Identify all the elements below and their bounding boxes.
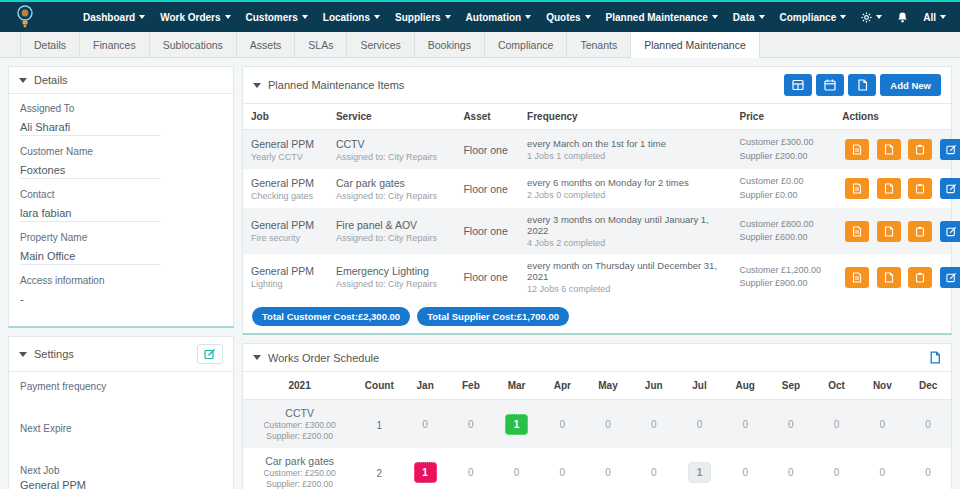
nav-automation[interactable]: Automation: [466, 12, 532, 23]
edit-row-button[interactable]: [940, 178, 960, 199]
calendar-view-button[interactable]: [816, 74, 844, 96]
supplier-price: Supplier £900.00: [740, 277, 827, 291]
file-icon: [884, 144, 894, 155]
schedule-cell[interactable]: 1: [414, 462, 437, 483]
tab-bookings[interactable]: Bookings: [415, 32, 485, 57]
file-invoice-button[interactable]: [845, 221, 869, 242]
panel-title: Settings: [34, 348, 74, 360]
tab-slas[interactable]: SLAs: [295, 32, 347, 57]
tab-tenants[interactable]: Tenants: [567, 32, 631, 57]
field-next-job: Next Job General PPM 2021-07-05: [20, 465, 222, 489]
service-sub: Assigned to: City Repairs: [336, 279, 447, 289]
service-sub: Assigned to: City Repairs: [336, 152, 447, 162]
main-content: Planned Maintenance Items: [242, 66, 952, 489]
file-button[interactable]: [877, 178, 901, 199]
export-pdf-button[interactable]: [848, 74, 876, 96]
grid-view-button[interactable]: [784, 74, 812, 96]
asset-name: Floor one: [463, 183, 511, 195]
job-name: General PPM: [251, 177, 320, 189]
file-invoice-button[interactable]: [845, 267, 869, 288]
details-panel-header[interactable]: Details: [9, 67, 233, 94]
file-button[interactable]: [877, 221, 901, 242]
schedule-cell: 0: [551, 462, 574, 483]
settings-panel-header[interactable]: Settings: [9, 337, 233, 372]
tab-compliance[interactable]: Compliance: [485, 32, 567, 57]
clipboard-button[interactable]: [908, 178, 932, 199]
nav-suppliers[interactable]: Suppliers: [395, 12, 451, 23]
file-invoice-icon: [852, 226, 862, 237]
edit-row-button[interactable]: [940, 139, 960, 160]
pm-items-panel: Planned Maintenance Items: [242, 66, 952, 335]
clipboard-button[interactable]: [908, 139, 932, 160]
pm-items-table: Job Service Asset Frequency Price Action…: [243, 104, 951, 300]
chevron-down-icon: [712, 15, 718, 19]
schedule-cell: 0: [779, 414, 802, 435]
month-header: Oct: [814, 372, 860, 400]
month-header: Sep: [768, 372, 814, 400]
schedule-cell[interactable]: 1: [688, 462, 711, 483]
chevron-down-icon: [759, 15, 765, 19]
tab-bar: Details Finances Sublocations Assets SLA…: [0, 32, 960, 58]
schedule-service-name: CCTV: [245, 407, 354, 419]
customer-price: Customer £300.00: [740, 136, 827, 150]
nav-customers[interactable]: Customers: [246, 12, 308, 23]
nav-compliance[interactable]: Compliance: [780, 12, 847, 23]
file-button[interactable]: [877, 139, 901, 160]
app-logo[interactable]: [16, 4, 36, 30]
schedule-cell[interactable]: 1: [505, 414, 528, 435]
collapse-caret-icon: [253, 83, 261, 88]
service-name: CCTV: [336, 138, 447, 150]
frequency-text: every 6 months on Monday for 2 times: [527, 177, 723, 188]
schedule-cell: 0: [871, 462, 894, 483]
tab-assets[interactable]: Assets: [237, 32, 296, 57]
month-header: Jan: [402, 372, 448, 400]
schedule-cell: 0: [825, 414, 848, 435]
month-header: Jun: [631, 372, 677, 400]
tab-details[interactable]: Details: [20, 32, 80, 57]
edit-row-button[interactable]: [940, 267, 960, 288]
nav-work-orders[interactable]: Work Orders: [160, 12, 230, 23]
clipboard-button[interactable]: [908, 221, 932, 242]
frequency-text: every 3 months on Monday until January 1…: [527, 214, 723, 236]
tab-sublocations[interactable]: Sublocations: [150, 32, 237, 57]
chevron-down-icon: [139, 15, 145, 19]
schedule-customer-cost: Customer: £300.00: [245, 420, 354, 430]
details-panel: Details Assigned To Ali Sharafi Customer…: [8, 66, 234, 328]
panel-title: Planned Maintenance Items: [268, 79, 404, 91]
clipboard-icon: [915, 144, 925, 155]
nav-data[interactable]: Data: [733, 12, 765, 23]
page-content: Details Assigned To Ali Sharafi Customer…: [0, 58, 960, 489]
tab-finances[interactable]: Finances: [80, 32, 150, 57]
nav-planned-maintenance[interactable]: Planned Maintenance: [606, 12, 718, 23]
nav-locations[interactable]: Locations: [323, 12, 380, 23]
nav-settings[interactable]: [861, 12, 882, 23]
asset-name: Floor one: [463, 225, 511, 237]
add-new-button[interactable]: Add New: [880, 74, 941, 96]
file-invoice-button[interactable]: [845, 178, 869, 199]
edit-icon: [946, 226, 957, 237]
settings-panel: Settings Payment frequency Next Expire: [8, 336, 234, 489]
edit-row-button[interactable]: [940, 221, 960, 242]
file-button[interactable]: [877, 267, 901, 288]
panel-title: Details: [34, 74, 68, 86]
field-customer-name: Customer Name Foxtones: [20, 146, 222, 179]
nav-dashboard[interactable]: Dashboard: [83, 12, 145, 23]
schedule-row: Car park gates Customer: £250.00 Supplie…: [243, 448, 951, 489]
tab-services[interactable]: Services: [347, 32, 414, 57]
total-supplier-cost-badge: Total Supplier Cost:£1,700.00: [417, 307, 569, 326]
supplier-price: Supplier £0.00: [740, 189, 827, 203]
schedule-export-pdf-button[interactable]: [929, 351, 941, 364]
edit-settings-button[interactable]: [197, 344, 223, 364]
file-invoice-button[interactable]: [845, 139, 869, 160]
file-invoice-icon: [852, 144, 862, 155]
month-header: Feb: [448, 372, 494, 400]
field-contact: Contact lara fabian: [20, 189, 222, 222]
collapse-caret-icon: [19, 352, 27, 357]
clipboard-button[interactable]: [908, 267, 932, 288]
tab-planned-maintenance[interactable]: Planned Maintenance: [631, 32, 760, 58]
nav-notifications[interactable]: [897, 11, 908, 23]
pm-row: General PPMFire security Fire panel & AO…: [243, 208, 951, 254]
asset-name: Floor one: [463, 144, 511, 156]
nav-quotes[interactable]: Quotes: [546, 12, 590, 23]
nav-all[interactable]: All: [923, 12, 946, 23]
